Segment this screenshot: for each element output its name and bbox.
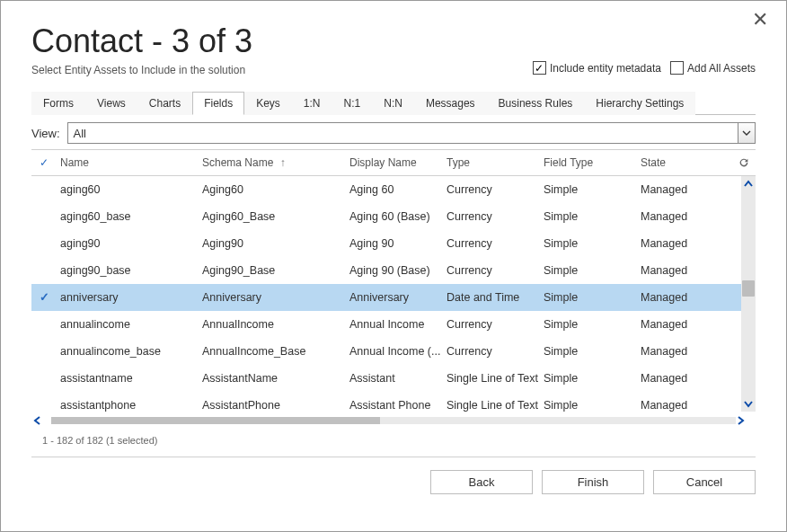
vertical-scrollbar[interactable]	[741, 176, 756, 412]
hscroll-track[interactable]	[51, 417, 736, 424]
cell-name: annualincome_base	[57, 345, 202, 358]
scroll-down-icon[interactable]	[743, 397, 754, 412]
table-row[interactable]: aging90_baseAging90_BaseAging 90 (Base)C…	[31, 257, 741, 284]
table-row[interactable]: aging60_baseAging60_BaseAging 60 (Base)C…	[31, 203, 741, 230]
header-state[interactable]: State	[641, 156, 738, 169]
tab-charts[interactable]: Charts	[137, 92, 192, 115]
chevron-down-icon[interactable]	[738, 123, 755, 143]
tab-forms[interactable]: Forms	[31, 92, 85, 115]
cell-field_type: Simple	[544, 183, 641, 196]
tab-bar: FormsViewsChartsFieldsKeys1:NN:1N:NMessa…	[31, 91, 756, 115]
cell-schema: Anniversary	[202, 291, 349, 304]
cell-type: Date and Time	[447, 291, 544, 304]
cell-display: Aging 60	[349, 183, 447, 196]
checkbox-icon	[533, 61, 546, 75]
view-select[interactable]: All	[67, 122, 756, 144]
table-row[interactable]: annualincomeAnnualIncomeAnnual IncomeCur…	[31, 311, 741, 338]
cell-display: Annual Income (...	[349, 345, 447, 358]
cell-name: aging60	[57, 183, 202, 196]
cell-schema: Aging60_Base	[202, 210, 349, 223]
cell-field_type: Simple	[544, 372, 641, 385]
header-schema-label: Schema Name	[202, 156, 273, 169]
cell-type: Currency	[447, 183, 544, 196]
rows-viewport: aging60Aging60Aging 60CurrencySimpleMana…	[31, 176, 741, 412]
cell-field_type: Simple	[544, 318, 641, 331]
cell-display: Aging 90 (Base)	[349, 264, 447, 277]
tab-views[interactable]: Views	[85, 92, 137, 115]
include-metadata-label: Include entity metadata	[550, 62, 661, 75]
header-field-type[interactable]: Field Type	[544, 156, 641, 169]
row-check[interactable]: ✓	[31, 290, 57, 304]
cell-state: Managed	[641, 372, 741, 385]
scroll-right-icon[interactable]	[736, 415, 756, 426]
scroll-up-icon[interactable]	[743, 176, 754, 191]
back-button[interactable]: Back	[430, 470, 533, 494]
scroll-left-icon[interactable]	[31, 415, 51, 426]
add-all-assets-checkbox[interactable]: Add All Assets	[670, 61, 756, 75]
cell-state: Managed	[641, 345, 741, 358]
cell-type: Currency	[447, 345, 544, 358]
include-metadata-checkbox[interactable]: Include entity metadata	[533, 61, 661, 75]
cell-schema: AssistantPhone	[202, 399, 349, 412]
tab-messages[interactable]: Messages	[414, 92, 487, 115]
cell-state: Managed	[641, 183, 741, 196]
cell-display: Assistant Phone	[349, 399, 447, 412]
cell-field_type: Simple	[544, 345, 641, 358]
view-value: All	[74, 127, 86, 140]
tab-fields[interactable]: Fields	[192, 92, 244, 115]
tab-hierarchy-settings[interactable]: Hierarchy Settings	[584, 92, 695, 115]
header-type[interactable]: Type	[447, 156, 544, 169]
scroll-thumb[interactable]	[742, 280, 755, 297]
page-title: Contact - 3 of 3	[31, 22, 756, 60]
cancel-button[interactable]: Cancel	[653, 470, 756, 494]
cell-name: aging60_base	[57, 210, 202, 223]
cell-schema: AnnualIncome_Base	[202, 345, 349, 358]
check-icon: ✓	[40, 291, 49, 304]
table-row[interactable]: assistantnameAssistantNameAssistantSingl…	[31, 365, 741, 392]
cell-name: anniversary	[57, 291, 202, 304]
tab-n-n[interactable]: N:N	[372, 92, 414, 115]
cell-field_type: Simple	[544, 399, 641, 412]
header-name[interactable]: Name	[57, 156, 202, 169]
cell-name: assistantname	[57, 372, 202, 385]
finish-button[interactable]: Finish	[542, 470, 644, 494]
cell-name: aging90	[57, 237, 202, 250]
refresh-icon[interactable]	[738, 156, 756, 169]
header-display[interactable]: Display Name	[349, 156, 447, 169]
add-all-assets-label: Add All Assets	[687, 62, 756, 75]
table-row[interactable]: ✓anniversaryAnniversaryAnniversaryDate a…	[31, 284, 741, 311]
close-icon[interactable]: ✕	[752, 10, 768, 30]
grid-body: aging60Aging60Aging 60CurrencySimpleMana…	[31, 176, 756, 412]
hscroll-thumb[interactable]	[51, 417, 380, 424]
cell-type: Currency	[447, 264, 544, 277]
table-row[interactable]: aging60Aging60Aging 60CurrencySimpleMana…	[31, 176, 741, 203]
header-schema[interactable]: Schema Name ↑	[202, 156, 349, 169]
cell-display: Anniversary	[349, 291, 447, 304]
grid: ✓ Name Schema Name ↑ Display Name Type F…	[31, 149, 756, 428]
cell-state: Managed	[641, 210, 741, 223]
table-row[interactable]: assistantphoneAssistantPhoneAssistant Ph…	[31, 392, 741, 412]
sort-asc-icon: ↑	[280, 156, 286, 169]
table-row[interactable]: aging90Aging90Aging 90CurrencySimpleMana…	[31, 230, 741, 257]
cell-display: Annual Income	[349, 318, 447, 331]
cell-schema: Aging90	[202, 237, 349, 250]
tab-n-1[interactable]: N:1	[332, 92, 373, 115]
tab-1-n[interactable]: 1:N	[292, 92, 332, 115]
cell-name: aging90_base	[57, 264, 202, 277]
check-icon: ✓	[40, 156, 49, 169]
cell-type: Single Line of Text	[447, 372, 544, 385]
cell-display: Aging 90	[349, 237, 447, 250]
horizontal-scrollbar[interactable]	[31, 413, 756, 428]
cell-field_type: Simple	[544, 237, 641, 250]
status-text: 1 - 182 of 182 (1 selected)	[42, 435, 756, 446]
cell-type: Currency	[447, 318, 544, 331]
tab-business-rules[interactable]: Business Rules	[487, 92, 585, 115]
table-row[interactable]: annualincome_baseAnnualIncome_BaseAnnual…	[31, 338, 741, 365]
cell-schema: AssistantName	[202, 372, 349, 385]
dialog: ✕ Contact - 3 of 3 Select Entity Assets …	[0, 0, 787, 532]
cell-field_type: Simple	[544, 291, 641, 304]
cell-state: Managed	[641, 399, 741, 412]
header: Contact - 3 of 3 Select Entity Assets to…	[1, 1, 786, 87]
header-check[interactable]: ✓	[31, 156, 57, 169]
tab-keys[interactable]: Keys	[244, 92, 292, 115]
